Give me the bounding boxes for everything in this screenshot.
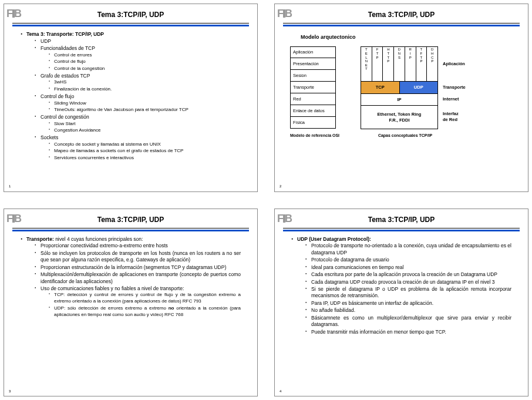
list-item: Control de flujo Sliding Window TimeOuts…: [35, 93, 248, 113]
app-protocols: TELNET FTP HTTP DNS RIP TFTP DHCP: [361, 46, 437, 82]
logo-fib: FB: [6, 6, 21, 21]
list-item: Ideal para comunicaciones en tiempo real: [305, 264, 511, 271]
layer-labels: Aplicación Transporte Internet Interfazd…: [438, 46, 474, 129]
slide-title: Tema 3:TCP/IP, UDP: [281, 213, 522, 228]
list-item: 3wHS: [49, 79, 248, 86]
layer-label: Interfazde Red: [443, 105, 474, 129]
list-item: No añade fiabilidad.: [305, 307, 511, 314]
caption-osi: Modelo de referencia OSI: [290, 133, 342, 138]
list-item: TimeOuts: algoritmo de Van Jacobson para…: [49, 107, 248, 113]
layer-label: Internet: [443, 93, 474, 105]
list-item: Congestion Avoidance: [49, 127, 248, 134]
list-item: Slow Start: [49, 121, 248, 127]
title-rule: [283, 228, 520, 230]
slide-4: FB Tema 3:TCP/IP, UDP UDP (User Datagram…: [274, 209, 528, 397]
slide-title: Tema 3:TCP/IP, UDP: [281, 8, 522, 23]
list-item: Sliding Window: [49, 100, 248, 107]
lead-line: Transporte: nivel 4 cuyas funciones prin…: [21, 236, 241, 318]
slide-title: Tema 3:TCP/IP, UDP: [10, 8, 251, 23]
slide-number: 2: [280, 184, 281, 189]
list-item: Proporcionan estructuración de la inform…: [35, 264, 241, 271]
list-item: Concepto de socket y llamadas al sistema…: [49, 142, 248, 148]
list-item: Si se pierde el datagrama IP o UDP es pr…: [305, 286, 511, 300]
proto-http: HTTP: [382, 46, 393, 82]
list-item: Para IP, UDP es básicamente un interfaz …: [305, 300, 511, 307]
layer-label: Aplicación: [443, 46, 474, 82]
list-item: UDP: sólo detección de errores extremo a…: [49, 305, 241, 318]
list-item: UDP: [35, 38, 248, 45]
proto-dhcp: DHCP: [426, 46, 437, 82]
slide-number: 3: [9, 389, 11, 394]
slide-content: UDP (User Datagram Protocol): Protocolo …: [281, 235, 522, 336]
osi-column: Aplicación Presentación Sesión Transport…: [290, 46, 336, 129]
proto-ftp: FTP: [372, 46, 383, 82]
osi-layer: Transporte: [290, 82, 336, 93]
list-item: Protocolo de transporte no-orientado a l…: [305, 243, 511, 256]
osi-layer: Aplicación: [290, 46, 336, 58]
title-rule: [12, 23, 249, 25]
list-item: Multiplexación/demultiplexación de aplic…: [35, 271, 241, 285]
architecture-diagram: Modelo arqutectonico Aplicación Presenta…: [281, 30, 522, 139]
proto-ip: IP: [361, 94, 438, 106]
tcpip-column: TELNET FTP HTTP DNS RIP TFTP DHCP TCP UD…: [361, 46, 438, 129]
list-item: Cada escritura por parte de la aplicació…: [305, 271, 511, 278]
list-item: Protocolo de datagrama de usuario: [305, 257, 511, 263]
outline-heading: Tema 3: Transporte: TCP/IP, UDP UDP Func…: [21, 31, 248, 162]
title-rule: [12, 228, 249, 230]
slide-content: Tema 3: Transporte: TCP/IP, UDP UDP Func…: [10, 30, 251, 162]
list-item: Control de congestión Slow Start Congest…: [35, 114, 248, 134]
list-item: Sockets Concepto de socket y llamadas al…: [35, 135, 248, 162]
list-item: Proporcionar conectividad extremo-a-extr…: [35, 243, 241, 249]
list-item: Control de la congestión: [49, 66, 248, 72]
slide-3: FB Tema 3:TCP/IP, UDP Transporte: nivel …: [4, 209, 258, 397]
proto-udp: UDP: [400, 82, 438, 93]
slide-number: 4: [280, 389, 281, 394]
list-item: Puede transmitir más información en meno…: [305, 329, 511, 335]
logo-fib: FB: [277, 6, 292, 21]
proto-telnet: TELNET: [361, 46, 372, 82]
list-item: Servidores concurrentes e interactivos: [49, 155, 248, 162]
list-item: Sólo se incluyen los protocolos de trans…: [35, 250, 241, 264]
osi-layer: Sesión: [290, 70, 336, 82]
list-item: Grafo de estados TCP 3wHS Finalización d…: [35, 73, 248, 93]
list-item: Control de errores: [49, 52, 248, 59]
list-item: Uso de comunicaciones fiables y no fiabl…: [35, 285, 241, 318]
list-item: Cada datagrama UDP creado provoca la cre…: [305, 279, 511, 285]
list-item: Control de flujo: [49, 59, 248, 65]
diagram-title: Modelo arqutectonico: [301, 33, 515, 41]
list-item: Básicamnete es como un multiplexor/demul…: [305, 315, 511, 328]
udp-heading: UDP (User Datagram Protocol): Protocolo …: [291, 236, 511, 336]
slide-number: 1: [9, 184, 11, 189]
osi-layer: Red: [290, 93, 336, 105]
slide-content: Transporte: nivel 4 cuyas funciones prin…: [10, 235, 251, 318]
title-rule: [283, 23, 520, 25]
list-item: TCP: detección y control de errores y co…: [49, 292, 241, 305]
proto-dns: DNS: [393, 46, 405, 82]
proto-tcp: TCP: [361, 82, 400, 93]
proto-tftp: TFTP: [416, 46, 427, 82]
diagram-captions: Modelo de referencia OSI Capas conceptua…: [290, 133, 515, 138]
logo-fib: FB: [277, 211, 292, 226]
caption-tcpip: Capas conceptuales TCP/IP: [366, 133, 444, 138]
logo-fib: FB: [6, 211, 21, 226]
osi-layer: Física: [290, 117, 336, 129]
proto-rip: RIP: [405, 46, 416, 82]
osi-layer: Enlace de datos: [290, 105, 336, 117]
slide-2: FB Tema 3:TCP/IP, UDP Modelo arqutectoni…: [274, 4, 528, 192]
list-item: Funcionalidades de TCP Control de errore…: [35, 45, 248, 72]
osi-layer: Presentación: [290, 58, 336, 70]
slide-title: Tema 3:TCP/IP, UDP: [10, 213, 251, 228]
list-item: Finalización de la conexión.: [49, 86, 248, 93]
slide-1: FB Tema 3:TCP/IP, UDP Tema 3: Transporte…: [4, 4, 258, 192]
list-item: Mapeo de llamadas a sockets con el grafo…: [49, 148, 248, 154]
link-layer: Ethernet, Token Ring F.R., FDDI: [361, 106, 438, 129]
layer-label: Transporte: [443, 82, 474, 93]
